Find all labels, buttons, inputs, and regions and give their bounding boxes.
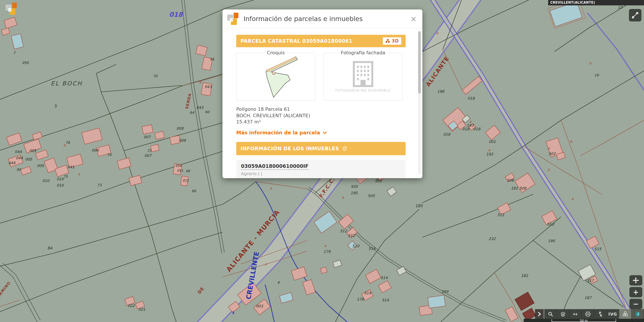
cubes-3d-icon <box>386 39 390 43</box>
close-icon[interactable]: × <box>410 16 417 22</box>
layers-button[interactable] <box>557 309 569 319</box>
map-label: 022 <box>128 304 135 308</box>
map-label: 514 <box>381 276 388 280</box>
map-label: 018 <box>169 11 183 18</box>
logo-white-square <box>230 18 233 22</box>
cubes-3d-icon <box>622 311 628 317</box>
inmuebles-header-bar: INFORMACIÓN DE LOS INMUEBLES <box>236 142 406 155</box>
map-label: 510 <box>547 222 554 226</box>
map-label: 050 <box>22 61 29 65</box>
map-label: 512 <box>348 234 355 238</box>
map-label: a <box>324 244 326 248</box>
map-label: 003 <box>256 304 263 308</box>
scale-label: 50 m <box>580 319 588 322</box>
map-label: 514 <box>368 246 376 251</box>
croquis-card: Croquis a <box>236 53 315 100</box>
parcel-sketch: a <box>244 55 308 98</box>
map-label: b <box>589 61 592 65</box>
croquis-subparcel-mark: a <box>273 73 274 74</box>
map-label: 5 <box>54 104 57 108</box>
map-label: 001 <box>489 140 496 144</box>
chevron-right-icon <box>538 312 541 317</box>
pin-select-button[interactable]: P <box>594 309 606 319</box>
map-label: 018 <box>443 132 451 137</box>
minus-icon: − <box>633 300 639 308</box>
map-label: 515 <box>594 247 602 251</box>
search-button[interactable] <box>544 309 557 319</box>
ivg-button[interactable]: IVG <box>606 309 619 319</box>
map-label: 510 <box>352 244 360 248</box>
map-label: 005 <box>25 157 32 161</box>
pan-button[interactable] <box>630 275 642 286</box>
modal-body: PARCELA CATASTRAL 03059A01800061 3D Croq… <box>222 28 422 178</box>
map-label: 044 <box>15 150 22 154</box>
parcel-area: 15.437 m² <box>236 119 406 125</box>
inmuebles-header-label: INFORMACIÓN DE LOS INMUEBLES <box>240 146 339 151</box>
map-label: 505 <box>368 194 375 198</box>
map-label: a <box>488 148 490 152</box>
map-label: 043 <box>196 105 204 110</box>
croquis-label: Croquis <box>265 50 287 55</box>
parcel-header-label: PARCELA CATASTRAL 03059A01800061 <box>240 38 352 44</box>
map-label: 195 <box>350 191 358 195</box>
parcel-cards: Croquis a Fotografía fachada <box>236 53 406 100</box>
view-3d-button[interactable] <box>619 309 632 319</box>
measure-button[interactable]: ↔ <box>569 309 582 319</box>
logo-orange-square <box>234 13 238 18</box>
print-button[interactable] <box>582 309 594 319</box>
info-button[interactable]: i <box>632 309 644 319</box>
map-label: b <box>570 140 572 143</box>
map-label: 044 <box>16 156 23 160</box>
fullscreen-icon <box>632 12 638 18</box>
map-label: 018 <box>473 127 481 131</box>
map-label: 19 <box>594 73 599 77</box>
collapse-toolbar-button[interactable] <box>535 309 544 319</box>
map-label: 84 <box>48 246 52 250</box>
map-label: a <box>270 186 272 190</box>
view-3d-chip[interactable]: 3D <box>383 37 401 45</box>
facade-photo-card: Fotografía fachada FOTOGRAFÍA NO DISPONI… <box>324 53 402 100</box>
map-label: 505 <box>351 184 358 189</box>
photo-unavailable-label: FOTOGRAFÍA NO DISPONIBLE <box>335 88 391 93</box>
map-label: 505 <box>375 179 382 183</box>
map-label: 054 <box>176 164 182 168</box>
pin-cursor-icon: P <box>598 311 603 317</box>
map-label: 74 <box>107 153 112 157</box>
map-label: 3 <box>232 311 234 315</box>
more-parcel-info-label: Más información de la parcela <box>236 130 320 136</box>
more-parcel-info-link[interactable]: Más información de la parcela <box>236 130 406 136</box>
map-label: 4 <box>277 280 280 285</box>
map-label: 010 <box>57 183 64 187</box>
parcel-info-modal: Información de parcelas e inmuebles × PA… <box>222 9 422 178</box>
parcel-polygon-line: Polígono 18 Parcela 61 <box>236 106 406 113</box>
facade-photo-label: Fotografía fachada <box>339 50 387 55</box>
map-label: 185 <box>415 203 423 208</box>
map-label: 72 <box>147 149 152 153</box>
ivg-label: IVG <box>608 312 617 317</box>
map-label: 511 <box>498 213 504 217</box>
map-label: b <box>64 143 66 147</box>
zoom-out-button[interactable]: − <box>630 299 642 309</box>
map-label: 191 <box>511 186 518 190</box>
map-label: 190 <box>548 239 556 243</box>
map-label: a <box>571 197 574 201</box>
zoom-in-button[interactable]: + <box>630 287 642 297</box>
map-label: 60 <box>205 110 210 114</box>
map-label: b <box>436 31 439 35</box>
map-label: a <box>78 172 80 176</box>
map-label: 64 <box>190 111 194 115</box>
map-label: 021 <box>138 307 145 312</box>
municipality-label: CREVILLENT(ALICANTE) <box>550 1 595 4</box>
map-label: 514 <box>382 298 389 302</box>
logo-orange-square <box>12 2 17 8</box>
map-label: b <box>199 80 202 84</box>
modal-scrollbar-thumb[interactable] <box>418 31 421 94</box>
map-label: 006 <box>92 148 99 153</box>
map-label: 011 <box>177 169 183 172</box>
municipality-bar: CREVILLENT(ALICANTE) <box>548 0 644 5</box>
map-label: 005 <box>29 149 36 153</box>
map-label: 514 <box>364 291 372 295</box>
map-label: 502 <box>548 152 556 156</box>
cadastral-reference-link[interactable]: 03059A018000610000IF <box>241 163 308 170</box>
fullscreen-button[interactable] <box>629 9 642 21</box>
